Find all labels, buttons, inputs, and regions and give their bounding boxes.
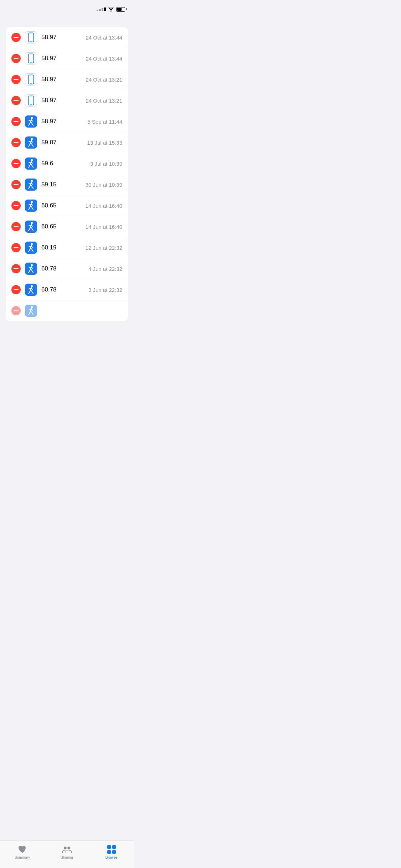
svg-rect-10 [30,83,32,84]
table-row: 60.783 Jun at 22:32 [6,279,128,300]
table-row: 60.6514 Jun at 16:40 [6,216,128,237]
row-value: 59.15 [41,181,81,188]
status-icons [97,7,127,12]
svg-rect-9 [29,75,34,84]
delete-row-button[interactable] [11,138,21,147]
row-date: 30 Jun at 10:39 [86,182,122,188]
row-value: 60.78 [41,265,84,272]
data-list: 58.9724 Oct at 13:44 58.9724 Oct at 13:4… [6,27,128,321]
row-date: 3 Jun at 22:32 [88,287,122,293]
fitness-app-icon [25,136,37,149]
table-row: 58.9724 Oct at 13:21 [6,69,128,90]
table-row: 58.9724 Oct at 13:44 [6,27,128,48]
row-value: 60.65 [41,202,81,209]
scroll-area: 58.9724 Oct at 13:44 58.9724 Oct at 13:4… [0,24,134,357]
phone-app-icon [25,31,37,43]
delete-row-button[interactable] [11,159,21,168]
svg-rect-6 [30,62,32,63]
svg-rect-4 [31,33,32,34]
row-value: 60.19 [41,244,81,251]
svg-rect-11 [30,76,32,76]
svg-rect-12 [31,76,32,76]
nav-bar [0,16,134,24]
section-header [0,24,134,27]
phone-app-icon [25,52,37,64]
delete-row-button[interactable] [11,201,21,210]
delete-row-button[interactable] [11,96,21,105]
row-value: 59.6 [41,160,86,167]
fitness-app-icon [25,284,37,296]
fitness-app-icon [25,305,37,317]
table-row: 59.1530 Jun at 10:39 [6,174,128,195]
signal-icon [97,7,106,11]
delete-row-button[interactable] [11,75,21,84]
svg-rect-16 [31,97,32,97]
table-row: 59.8713 Jul at 15:33 [6,132,128,153]
row-date: 24 Oct at 13:44 [86,56,122,62]
fitness-app-icon [25,115,37,128]
svg-point-0 [110,10,112,11]
table-row: 58.975 Sep at 11:44 [6,111,128,132]
svg-rect-14 [30,104,32,105]
status-bar [0,0,134,16]
table-row: 58.9724 Oct at 13:21 [6,90,128,111]
row-date: 3 Jul at 10:39 [90,161,122,167]
svg-rect-2 [30,41,32,42]
delete-row-button[interactable] [11,285,21,294]
fitness-app-icon [25,179,37,191]
svg-rect-1 [29,33,34,42]
row-value: 58.97 [41,34,81,41]
row-value: 58.97 [41,76,81,83]
svg-rect-5 [29,54,34,63]
row-value: 59.87 [41,139,83,146]
row-date: 14 Jun at 16:40 [86,224,122,230]
fitness-app-icon [25,263,37,275]
table-row: 60.6514 Jun at 16:40 [6,195,128,216]
row-date: 24 Oct at 13:21 [86,77,122,83]
delete-row-button[interactable] [11,264,21,273]
wifi-icon [108,7,114,12]
row-date: 14 Jun at 16:40 [86,203,122,209]
fitness-app-icon [25,157,37,170]
svg-rect-13 [29,96,34,105]
row-value: 60.78 [41,286,84,293]
delete-row-button[interactable] [11,33,21,42]
row-value: 58.97 [41,97,81,104]
row-date: 13 Jul at 15:33 [87,140,122,146]
delete-row-button[interactable] [11,180,21,189]
row-date: 24 Oct at 13:44 [86,35,122,41]
row-date: 24 Oct at 13:21 [86,98,122,104]
delete-row-button[interactable] [11,117,21,126]
battery-icon [116,7,127,12]
phone-app-icon [25,73,37,86]
row-value: 60.65 [41,223,81,230]
table-row: 59.63 Jul at 10:39 [6,153,128,174]
phone-app-icon [25,94,37,107]
svg-rect-3 [30,34,32,34]
table-row: 58.9724 Oct at 13:44 [6,48,128,69]
delete-row-button[interactable] [11,54,21,63]
delete-row-button[interactable] [11,243,21,252]
row-value: 58.97 [41,118,83,125]
svg-rect-8 [31,55,32,55]
svg-rect-7 [30,55,32,55]
svg-rect-15 [30,97,32,97]
fitness-app-icon [25,242,37,254]
row-value: 58.97 [41,55,81,62]
fitness-app-icon [25,200,37,212]
table-row: 60.1912 Jun at 22:32 [6,237,128,258]
row-date: 12 Jun at 22:32 [86,245,122,251]
delete-row-button[interactable] [11,306,21,315]
fitness-app-icon [25,221,37,233]
table-row: 60.784 Jun at 22:32 [6,258,128,279]
table-row [6,300,128,321]
row-date: 4 Jun at 22:32 [88,266,122,272]
row-date: 5 Sep at 11:44 [87,119,122,125]
delete-row-button[interactable] [11,222,21,231]
